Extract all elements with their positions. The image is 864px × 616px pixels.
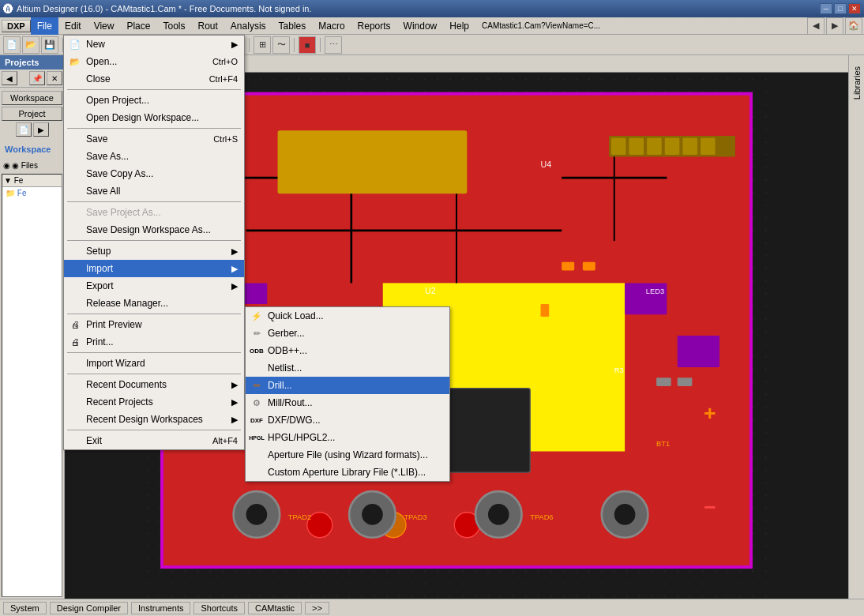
import-netlist[interactable]: Netlist... [246, 359, 449, 377]
panel-close[interactable]: ✕ [47, 71, 62, 85]
menu-file[interactable]: File [31, 17, 58, 35]
menu-item-save-all[interactable]: Save All [64, 182, 244, 200]
status-more[interactable]: >> [305, 602, 329, 614]
maximize-button[interactable]: □ [834, 3, 847, 14]
menu-item-recent-projects[interactable]: Recent Projects ▶ [64, 393, 244, 411]
menu-item-recent-workspaces[interactable]: Recent Design Workspaces ▶ [64, 411, 244, 428]
menu-macro[interactable]: Macro [312, 17, 351, 35]
menu-item-save-as[interactable]: Save As... [64, 148, 244, 165]
svg-text:TPAD2: TPAD2 [288, 513, 311, 521]
nav-back[interactable]: ◀ [807, 17, 825, 35]
import-custom-aperture[interactable]: Custom Aperture Library File (*.LIB)... [246, 464, 449, 481]
menu-tables[interactable]: Tables [272, 17, 313, 35]
menu-item-print-preview[interactable]: 🖨 Print Preview [64, 316, 244, 333]
menu-place[interactable]: Place [120, 17, 156, 35]
menu-item-setup[interactable]: Setup ▶ [64, 242, 244, 260]
menu-item-exit[interactable]: Exit Alt+F4 [64, 432, 244, 449]
menu-item-open-project[interactable]: Open Project... [64, 92, 244, 109]
import-mill-rout[interactable]: ⚙ Mill/Rout... [246, 394, 449, 411]
minimize-button[interactable]: ─ [820, 3, 832, 14]
panel-icon2[interactable]: ▶ [33, 122, 49, 137]
files-tab[interactable]: ◉ ◉ Files [2, 160, 62, 171]
close-button[interactable]: ✕ [848, 3, 861, 14]
svg-rect-28 [611, 138, 626, 155]
import-quick-load[interactable]: ⚡ Quick Load... [246, 307, 449, 325]
tb-save[interactable]: 💾 [41, 36, 58, 54]
menu-item-new[interactable]: 📄 New ▶ [64, 36, 244, 53]
arrow-icon: ▶ [231, 39, 238, 50]
import-odb[interactable]: ODB ODB++... [246, 342, 449, 359]
tree-header: ▼ Fe [2, 175, 62, 187]
tree-expand-icon[interactable]: ▼ [4, 176, 12, 185]
status-system[interactable]: System [3, 602, 47, 614]
title-bar: 🅐 Altium Designer (16.0) - CAMtastic1.Ca… [0, 0, 864, 17]
menu-item-print[interactable]: 🖨 Print... [64, 333, 244, 351]
panel-content: ▼ Fe 📁 Fe [2, 174, 62, 597]
menu-item-recent-documents[interactable]: Recent Documents ▶ [64, 376, 244, 393]
workspace-button[interactable]: Workspace [2, 91, 62, 105]
quick-load-icon: ⚡ [250, 310, 263, 322]
tb-wire[interactable]: 〜 [272, 36, 290, 54]
menu-reports[interactable]: Reports [351, 17, 397, 35]
circle-icon: ◉ [3, 161, 10, 170]
tab-workspace[interactable]: Workspace [2, 143, 62, 156]
menu-item-open-workspace[interactable]: Open Design Workspace... [64, 109, 244, 126]
menu-edit[interactable]: Edit [58, 17, 88, 35]
svg-rect-33 [701, 138, 716, 155]
import-dxf-dwg[interactable]: DXF DXF/DWG... [246, 411, 449, 429]
panel-pin[interactable]: 📌 [29, 71, 45, 85]
nav-forward[interactable]: ▶ [826, 17, 843, 35]
import-hpgl[interactable]: HPGL HPGL/HPGL2... [246, 429, 449, 446]
import-aperture-file[interactable]: Aperture File (using Wizard formats)... [246, 446, 449, 464]
status-instruments[interactable]: Instruments [131, 602, 190, 614]
panel-nav-back[interactable]: ◀ [2, 71, 17, 85]
nav-home[interactable]: 🏠 [845, 17, 862, 35]
menu-item-save-copy-as[interactable]: Save Copy As... [64, 165, 244, 182]
status-shortcuts[interactable]: Shortcuts [193, 602, 244, 614]
new-icon: 📄 [69, 38, 81, 51]
tb-dots[interactable]: ⋯ [325, 36, 342, 54]
menu-item-save-workspace-as[interactable]: Save Design Workspace As... [64, 221, 244, 239]
menu-camurl[interactable]: CAMtastic1.Cam?ViewName=C... [475, 17, 607, 35]
status-bar: System Design Compiler Instruments Short… [0, 599, 864, 616]
setup-arrow: ▶ [231, 246, 238, 257]
status-design-compiler[interactable]: Design Compiler [50, 602, 128, 614]
tb-new[interactable]: 📄 [3, 36, 21, 54]
panel-icon-row: 📄 ▶ [2, 122, 62, 137]
menu-tools[interactable]: Tools [156, 17, 191, 35]
import-gerber[interactable]: ✏ Gerber... [246, 325, 449, 342]
menu-help[interactable]: Help [443, 17, 475, 35]
dxp-button[interactable]: DXP [2, 20, 31, 32]
svg-rect-51 [678, 377, 693, 386]
status-camtastic[interactable]: CAMtastic [248, 602, 302, 614]
sep5 [249, 38, 250, 52]
menu-item-save[interactable]: Save Ctrl+S [64, 130, 244, 148]
libraries-label[interactable]: Libraries [851, 63, 863, 103]
menu-item-release-manager[interactable]: Release Manager... [64, 295, 244, 312]
menu-view[interactable]: View [88, 17, 121, 35]
tb-open[interactable]: 📂 [22, 36, 39, 54]
menu-item-close[interactable]: Close Ctrl+F4 [64, 70, 244, 88]
menu-item-import-wizard[interactable]: Import Wizard [64, 355, 244, 372]
window-controls: ─ □ ✕ [820, 3, 861, 14]
separator1 [67, 89, 241, 90]
tb-red[interactable]: ■ [299, 36, 316, 54]
svg-text:U4: U4 [541, 160, 552, 169]
menu-window[interactable]: Window [397, 17, 444, 35]
separator8 [67, 430, 241, 430]
menu-rout[interactable]: Rout [192, 17, 224, 35]
tb-grid[interactable]: ⊞ [254, 36, 271, 54]
separator4 [67, 240, 241, 241]
app-icon: 🅐 [3, 3, 13, 15]
mill-icon: ⚙ [250, 396, 263, 409]
menu-item-import[interactable]: Import ▶ [64, 260, 244, 277]
menu-item-open[interactable]: 📂 Open... Ctrl+O [64, 53, 244, 70]
import-submenu: ⚡ Quick Load... ✏ Gerber... ODB ODB++...… [245, 306, 450, 482]
project-button[interactable]: Project [2, 107, 62, 121]
tree-item[interactable]: 📁 Fe [2, 187, 62, 199]
menu-analysis[interactable]: Analysis [224, 17, 272, 35]
menu-item-export[interactable]: Export ▶ [64, 277, 244, 295]
panel-icon1[interactable]: 📄 [16, 122, 32, 137]
import-drill[interactable]: ✏ Drill... [246, 377, 449, 394]
sep7 [320, 38, 321, 52]
